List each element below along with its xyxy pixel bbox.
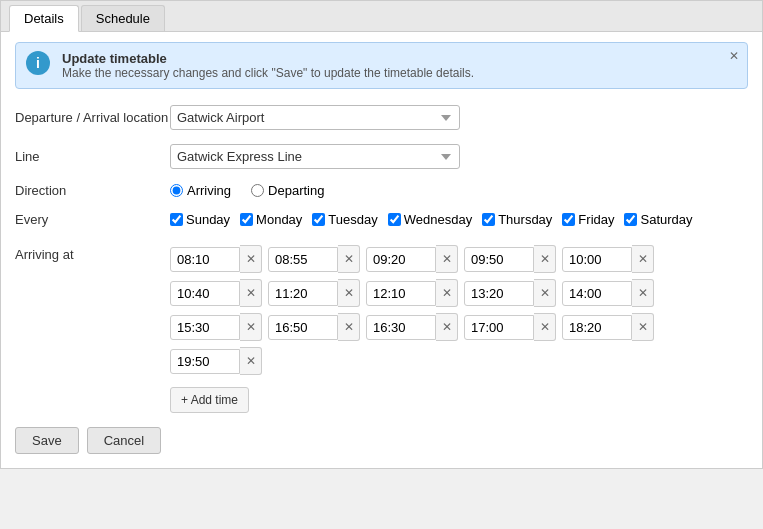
time-remove-5[interactable]: ✕ — [240, 279, 262, 307]
line-row: Line Gatwick Express Line — [15, 144, 748, 169]
time-input-14[interactable] — [562, 315, 632, 340]
checkbox-monday-input[interactable] — [240, 213, 253, 226]
time-remove-0[interactable]: ✕ — [240, 245, 262, 273]
radio-arriving[interactable]: Arriving — [170, 183, 231, 198]
departure-select[interactable]: Gatwick Airport — [170, 105, 460, 130]
checkbox-tuesday-label: Tuesday — [328, 212, 377, 227]
time-input-8[interactable] — [464, 281, 534, 306]
direction-radio-group: Arriving Departing — [170, 183, 324, 198]
bottom-buttons: Save Cancel — [15, 427, 748, 454]
time-input-13[interactable] — [464, 315, 534, 340]
time-remove-14[interactable]: ✕ — [632, 313, 654, 341]
checkbox-sunday[interactable]: Sunday — [170, 212, 230, 227]
time-entry-12: ✕ — [366, 313, 458, 341]
time-entry-10: ✕ — [170, 313, 262, 341]
time-input-7[interactable] — [366, 281, 436, 306]
checkbox-wednesday-label: Wednesday — [404, 212, 472, 227]
time-input-11[interactable] — [268, 315, 338, 340]
time-entry-6: ✕ — [268, 279, 360, 307]
close-button[interactable]: ✕ — [729, 49, 739, 63]
time-input-5[interactable] — [170, 281, 240, 306]
days-checkboxes: Sunday Monday Tuesday Wednesday Thursday — [170, 212, 693, 227]
time-entry-0: ✕ — [170, 245, 262, 273]
direction-label: Direction — [15, 183, 170, 198]
line-select[interactable]: Gatwick Express Line — [170, 144, 460, 169]
checkbox-wednesday[interactable]: Wednesday — [388, 212, 472, 227]
time-input-1[interactable] — [268, 247, 338, 272]
departure-row: Departure / Arrival location Gatwick Air… — [15, 105, 748, 130]
time-remove-4[interactable]: ✕ — [632, 245, 654, 273]
time-remove-3[interactable]: ✕ — [534, 245, 556, 273]
time-remove-7[interactable]: ✕ — [436, 279, 458, 307]
checkbox-tuesday[interactable]: Tuesday — [312, 212, 377, 227]
checkbox-saturday-input[interactable] — [624, 213, 637, 226]
checkbox-saturday-label: Saturday — [640, 212, 692, 227]
time-remove-6[interactable]: ✕ — [338, 279, 360, 307]
time-entry-8: ✕ — [464, 279, 556, 307]
checkbox-friday-input[interactable] — [562, 213, 575, 226]
checkbox-sunday-input[interactable] — [170, 213, 183, 226]
radio-arriving-input[interactable] — [170, 184, 183, 197]
time-entry-11: ✕ — [268, 313, 360, 341]
radio-departing-label: Departing — [268, 183, 324, 198]
time-remove-11[interactable]: ✕ — [338, 313, 360, 341]
time-entry-9: ✕ — [562, 279, 654, 307]
arriving-at-row: Arriving at ✕ ✕ ✕ — [15, 241, 748, 413]
radio-departing[interactable]: Departing — [251, 183, 324, 198]
checkbox-saturday[interactable]: Saturday — [624, 212, 692, 227]
line-label: Line — [15, 149, 170, 164]
time-input-10[interactable] — [170, 315, 240, 340]
times-grid: ✕ ✕ ✕ ✕ ✕ — [170, 245, 748, 375]
time-remove-12[interactable]: ✕ — [436, 313, 458, 341]
tab-schedule[interactable]: Schedule — [81, 5, 165, 31]
time-input-12[interactable] — [366, 315, 436, 340]
time-entry-7: ✕ — [366, 279, 458, 307]
time-remove-10[interactable]: ✕ — [240, 313, 262, 341]
checkbox-thursday-input[interactable] — [482, 213, 495, 226]
checkbox-friday[interactable]: Friday — [562, 212, 614, 227]
time-remove-13[interactable]: ✕ — [534, 313, 556, 341]
tab-bar: Details Schedule — [1, 1, 762, 32]
checkbox-monday[interactable]: Monday — [240, 212, 302, 227]
checkbox-tuesday-input[interactable] — [312, 213, 325, 226]
checkbox-monday-label: Monday — [256, 212, 302, 227]
every-row: Every Sunday Monday Tuesday Wednesday — [15, 212, 748, 227]
time-input-3[interactable] — [464, 247, 534, 272]
time-input-2[interactable] — [366, 247, 436, 272]
add-time-button[interactable]: + Add time — [170, 387, 249, 413]
time-entry-14: ✕ — [562, 313, 654, 341]
time-remove-1[interactable]: ✕ — [338, 245, 360, 273]
time-entry-5: ✕ — [170, 279, 262, 307]
content-area: i ✕ Update timetable Make the necessary … — [1, 32, 762, 468]
main-window: Details Schedule i ✕ Update timetable Ma… — [0, 0, 763, 469]
cancel-button[interactable]: Cancel — [87, 427, 161, 454]
time-input-9[interactable] — [562, 281, 632, 306]
time-input-4[interactable] — [562, 247, 632, 272]
radio-departing-input[interactable] — [251, 184, 264, 197]
tab-details[interactable]: Details — [9, 5, 79, 32]
time-entry-2: ✕ — [366, 245, 458, 273]
info-box: i ✕ Update timetable Make the necessary … — [15, 42, 748, 89]
times-section: ✕ ✕ ✕ ✕ ✕ — [170, 245, 748, 413]
checkbox-friday-label: Friday — [578, 212, 614, 227]
time-remove-15[interactable]: ✕ — [240, 347, 262, 375]
time-remove-2[interactable]: ✕ — [436, 245, 458, 273]
time-remove-9[interactable]: ✕ — [632, 279, 654, 307]
time-entry-3: ✕ — [464, 245, 556, 273]
info-icon: i — [26, 51, 50, 75]
time-entry-13: ✕ — [464, 313, 556, 341]
every-label: Every — [15, 212, 170, 227]
info-box-subtitle: Make the necessary changes and click "Sa… — [62, 66, 717, 80]
time-input-0[interactable] — [170, 247, 240, 272]
checkbox-wednesday-input[interactable] — [388, 213, 401, 226]
time-remove-8[interactable]: ✕ — [534, 279, 556, 307]
departure-label: Departure / Arrival location — [15, 110, 170, 125]
checkbox-thursday[interactable]: Thursday — [482, 212, 552, 227]
time-entry-4: ✕ — [562, 245, 654, 273]
info-box-title: Update timetable — [62, 51, 717, 66]
direction-row: Direction Arriving Departing — [15, 183, 748, 198]
arriving-at-label: Arriving at — [15, 241, 170, 262]
save-button[interactable]: Save — [15, 427, 79, 454]
time-input-15[interactable] — [170, 349, 240, 374]
time-input-6[interactable] — [268, 281, 338, 306]
